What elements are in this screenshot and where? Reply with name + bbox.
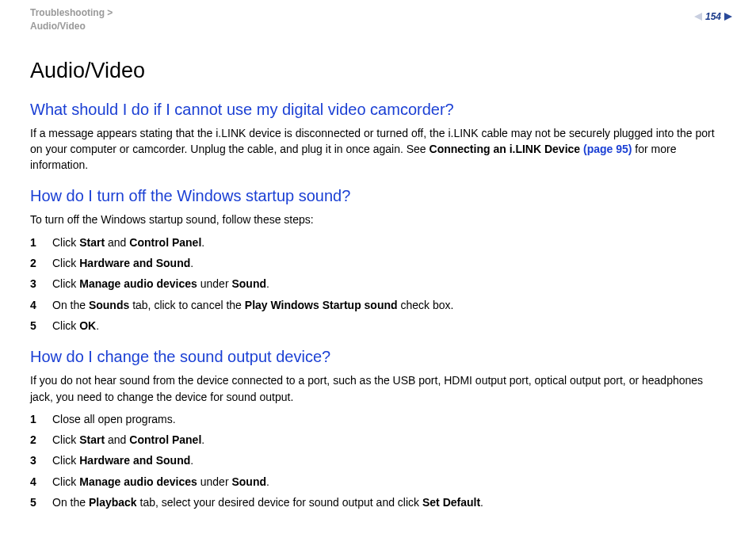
page-number: 154 bbox=[705, 11, 721, 22]
page-title: Audio/Video bbox=[30, 59, 726, 83]
prev-page-icon[interactable] bbox=[694, 13, 702, 21]
list-item: Click Start and Control Panel. bbox=[30, 432, 726, 448]
page-95-link[interactable]: (page 95) bbox=[583, 143, 632, 155]
section-heading-camcorder: What should I do if I cannot use my digi… bbox=[30, 101, 726, 119]
page-header: Troubleshooting > Audio/Video 154 bbox=[0, 0, 756, 36]
list-item: On the Playback tab, select your desired… bbox=[30, 494, 726, 510]
page-content: Audio/Video What should I do if I cannot… bbox=[0, 36, 756, 532]
ilink-device-bold: Connecting an i.LINK Device (page 95) bbox=[430, 143, 632, 155]
breadcrumb: Troubleshooting > Audio/Video bbox=[30, 6, 113, 33]
list-item: Click Hardware and Sound. bbox=[30, 452, 726, 468]
list-item: Click Manage audio devices under Sound. bbox=[30, 276, 726, 292]
pager: 154 bbox=[694, 11, 732, 22]
list-item: Click Hardware and Sound. bbox=[30, 255, 726, 271]
camcorder-paragraph: If a message appears stating that the i.… bbox=[30, 125, 726, 174]
next-page-icon[interactable] bbox=[724, 13, 732, 21]
list-item: Click OK. bbox=[30, 318, 726, 334]
output-intro: If you do not hear sound from the device… bbox=[30, 372, 726, 405]
startup-steps: Click Start and Control Panel. Click Har… bbox=[30, 235, 726, 334]
startup-intro: To turn off the Windows startup sound, f… bbox=[30, 212, 726, 227]
breadcrumb-parent: Troubleshooting > bbox=[30, 6, 113, 20]
list-item: On the Sounds tab, click to cancel the P… bbox=[30, 297, 726, 313]
list-item: Click Start and Control Panel. bbox=[30, 235, 726, 250]
section-heading-output-device: How do I change the sound output device? bbox=[30, 348, 726, 366]
breadcrumb-current: Audio/Video bbox=[30, 20, 113, 33]
list-item: Close all open programs. bbox=[30, 411, 726, 427]
output-steps: Close all open programs. Click Start and… bbox=[30, 411, 726, 510]
list-item: Click Manage audio devices under Sound. bbox=[30, 474, 726, 490]
section-heading-startup-sound: How do I turn off the Windows startup so… bbox=[30, 187, 726, 205]
